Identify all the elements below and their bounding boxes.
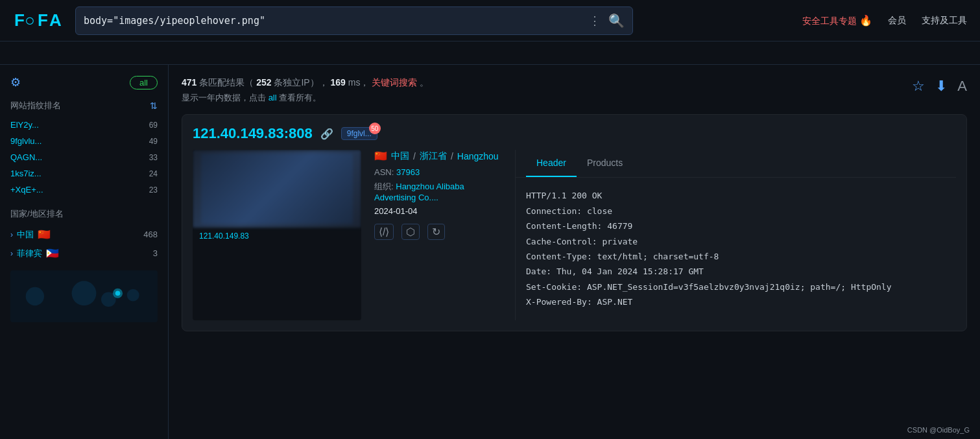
results-area: 471 条匹配结果（ 252 条独立IP）， 169 ms， 关键词搜索 。 显… bbox=[169, 65, 980, 439]
tag-count: 50 bbox=[369, 123, 381, 134]
chevron-icon: › bbox=[10, 230, 13, 239]
svg-point-5 bbox=[72, 281, 97, 305]
search-actions: ⋮ 🔍 bbox=[589, 13, 625, 29]
header-line-6: Date: Thu, 04 Jan 2024 15:28:17 GMT bbox=[526, 264, 946, 279]
country-item-philippines[interactable]: › 菲律宾 🇵🇭 3 bbox=[10, 244, 158, 263]
export-icon[interactable]: A bbox=[957, 78, 967, 95]
star-icon[interactable]: ☆ bbox=[912, 78, 925, 95]
results-hint: 显示一年内数据，点击 all 查看所有。 bbox=[182, 92, 429, 104]
more-icon[interactable]: ⋮ bbox=[589, 14, 601, 28]
preview-ip: 121.40.149.83 bbox=[193, 228, 361, 244]
country-item-china[interactable]: › 中国 🇨🇳 468 bbox=[10, 225, 158, 244]
svg-text:○: ○ bbox=[25, 10, 35, 30]
download-icon[interactable]: ⬇ bbox=[935, 78, 947, 95]
search-bar: ⋮ 🔍 bbox=[75, 6, 633, 35]
result-card: 121.40.149.83:808 🔗 9fglvl... 50 121.40.… bbox=[182, 114, 967, 331]
header-line-3: Content-Length: 46779 bbox=[526, 219, 946, 233]
all-link[interactable]: all bbox=[269, 93, 277, 102]
search-icon[interactable]: 🔍 bbox=[608, 13, 625, 29]
sub-header bbox=[0, 42, 980, 65]
fire-icon: 🔥 bbox=[859, 15, 872, 26]
asn-info: ASN: 37963 bbox=[374, 167, 502, 177]
svg-text:A: A bbox=[49, 10, 62, 30]
country-section-title: 国家/地区排名 bbox=[10, 208, 158, 220]
header-line-1: HTTP/1.1 200 OK bbox=[526, 188, 946, 203]
location-info: 🇨🇳 中国 / 浙江省 / Hangzhou bbox=[374, 150, 502, 162]
rank-item[interactable]: QAGN... 33 bbox=[10, 149, 158, 165]
search-input[interactable] bbox=[84, 15, 589, 27]
preview-blurred bbox=[193, 150, 361, 228]
result-actions: ⟨/⟩ ⬡ ↻ bbox=[374, 224, 502, 240]
rank-item[interactable]: +XqE+... 23 bbox=[10, 182, 158, 198]
asn-link[interactable]: 37963 bbox=[396, 167, 420, 177]
rank-list: ElY2y... 69 9fglvlu... 49 QAGN... 33 1ks… bbox=[10, 117, 158, 198]
all-badge[interactable]: all bbox=[130, 76, 158, 89]
filter-icon[interactable]: ⚙ bbox=[10, 75, 21, 89]
header-line-4: Cache-Control: private bbox=[526, 234, 946, 249]
nav-security-tools[interactable]: 安全工具专题 🔥 bbox=[802, 14, 872, 27]
main-content: ⚙ all 网站指纹排名 ⇅ ElY2y... 69 9fglvlu... 49… bbox=[0, 65, 980, 439]
result-header: 121.40.149.83:808 🔗 9fglvl... 50 bbox=[193, 125, 956, 142]
philippines-flag: 🇵🇭 bbox=[46, 247, 59, 259]
results-summary: 471 条匹配结果（ 252 条独立IP）， 169 ms， 关键词搜索 。 bbox=[182, 75, 429, 89]
svg-text:F: F bbox=[38, 10, 48, 30]
province-link[interactable]: 浙江省 bbox=[420, 150, 447, 162]
external-link-icon[interactable]: 🔗 bbox=[320, 128, 333, 140]
panel-tabs: Header Products bbox=[516, 150, 956, 178]
result-info: 🇨🇳 中国 / 浙江省 / Hangzhou ASN: 37963 组织: Ha… bbox=[374, 150, 502, 320]
date-info: 2024-01-04 bbox=[374, 206, 502, 216]
nav-support[interactable]: 支持及工具 bbox=[922, 15, 967, 27]
footer-note: CSDN @OidBoy_G bbox=[907, 426, 970, 434]
header-line-8: X-Powered-By: ASP.NET bbox=[526, 294, 946, 309]
org-info: 组织: Hangzhou Alibaba Advertising Co.... bbox=[374, 181, 502, 202]
result-country-flag: 🇨🇳 bbox=[374, 150, 387, 162]
tag-badge[interactable]: 9fglvl... 50 bbox=[341, 127, 377, 140]
city-link[interactable]: Hangzhou bbox=[457, 151, 499, 161]
keyword-search-link[interactable]: 关键词搜索 bbox=[372, 77, 417, 88]
sidebar: ⚙ all 网站指纹排名 ⇅ ElY2y... 69 9fglvlu... 49… bbox=[0, 65, 169, 439]
svg-point-9 bbox=[115, 291, 121, 296]
chevron-icon: › bbox=[10, 249, 13, 258]
nav-links: 安全工具专题 🔥 会员 支持及工具 bbox=[802, 14, 967, 27]
header-line-2: Connection: close bbox=[526, 204, 946, 219]
result-preview: 121.40.149.83 bbox=[193, 150, 361, 320]
rank-item[interactable]: ElY2y... 69 bbox=[10, 117, 158, 133]
panel-content: HTTP/1.1 200 OK Connection: close Conten… bbox=[516, 178, 956, 320]
china-flag: 🇨🇳 bbox=[38, 228, 51, 241]
rank-item[interactable]: 9fglvlu... 49 bbox=[10, 133, 158, 149]
date-value: 2024-01-04 bbox=[374, 206, 418, 216]
cube-icon[interactable]: ⬡ bbox=[401, 224, 420, 240]
ip-address[interactable]: 121.40.149.83:808 bbox=[193, 125, 313, 142]
svg-point-4 bbox=[26, 287, 44, 305]
svg-point-7 bbox=[127, 289, 139, 302]
country-link[interactable]: 中国 bbox=[391, 150, 409, 162]
svg-text:F: F bbox=[14, 10, 25, 30]
world-map bbox=[10, 270, 158, 322]
rank-item[interactable]: 1ks7iz... 24 bbox=[10, 165, 158, 182]
navbar: F ○ F A ⋮ 🔍 安全工具专题 🔥 会员 支持及工具 bbox=[0, 0, 980, 42]
fingerprint-sort-icon[interactable]: ⇅ bbox=[150, 101, 158, 111]
tab-header[interactable]: Header bbox=[526, 150, 577, 177]
result-body: 121.40.149.83 🇨🇳 中国 / 浙江省 / Hangzhou ASN… bbox=[193, 150, 956, 320]
tab-products[interactable]: Products bbox=[577, 150, 633, 177]
right-panel: Header Products HTTP/1.1 200 OK Connecti… bbox=[515, 150, 956, 320]
logo[interactable]: F ○ F A bbox=[13, 8, 65, 34]
header-line-7: Set-Cookie: ASP.NET_SessionId=v3f5aelzbv… bbox=[526, 279, 946, 294]
nav-member[interactable]: 会员 bbox=[888, 15, 906, 27]
filter-row: ⚙ all bbox=[10, 75, 158, 89]
header-line-5: Content-Type: text/html; charset=utf-8 bbox=[526, 249, 946, 264]
code-icon[interactable]: ⟨/⟩ bbox=[374, 224, 394, 240]
fingerprint-section-title: 网站指纹排名 ⇅ bbox=[10, 100, 158, 112]
refresh-icon[interactable]: ↻ bbox=[427, 224, 445, 240]
